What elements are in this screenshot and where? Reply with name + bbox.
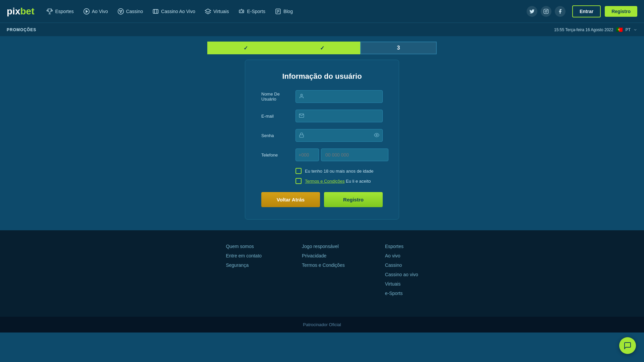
footer-seguranca[interactable]: Segurança (226, 262, 262, 268)
step-1-label: ✓ (244, 45, 248, 51)
logo-text: pixbet (7, 6, 34, 17)
step-2-button[interactable]: ✓ (284, 42, 360, 54)
step-indicator: ✓ ✓ 3 (0, 36, 644, 57)
nav-virtuais[interactable]: Virtuais (201, 5, 233, 17)
svg-point-2 (118, 8, 123, 14)
footer-col-3: Esportes Ao vivo Cassino Cassino ao vivo… (385, 244, 418, 296)
terms-checkbox-item[interactable]: Termos e Condições Eu li e aceito (296, 178, 383, 184)
step-2-label: ✓ (320, 45, 324, 51)
voltar-button[interactable]: Voltar Atrás (261, 192, 320, 207)
eye-icon[interactable] (374, 132, 379, 139)
nav-ao-vivo[interactable]: Ao Vivo (79, 5, 112, 17)
flag-icon: 🇵🇹 (616, 26, 623, 33)
blog-icon (275, 8, 281, 15)
entrar-button[interactable]: Entrar (572, 5, 601, 17)
promo-bar: PROMOÇÕES 15:55 Terça-feira 16 Agosto 20… (0, 23, 644, 36)
svg-point-13 (243, 11, 243, 12)
svg-point-20 (547, 10, 547, 10)
facebook-icon[interactable] (555, 6, 566, 17)
header-left: pixbet Esportes Ao Vivo Cassino Cassino … (7, 5, 297, 17)
footer-ao-vivo[interactable]: Ao vivo (385, 253, 418, 258)
datetime-lang: 15:55 Terça-feira 16 Agosto 2022 🇵🇹 PT (554, 26, 637, 33)
lang-text: PT (626, 27, 631, 32)
username-input-wrapper (296, 90, 383, 103)
twitter-icon[interactable] (527, 6, 537, 17)
phone-number-input[interactable] (321, 148, 388, 161)
nav-cassino-ao-vivo[interactable]: Cassino Ao Vivo (148, 5, 199, 17)
nav-esportes-label: Esportes (55, 9, 73, 14)
main-content: Informação do usuário Nome De Usuário E-… (0, 57, 644, 230)
footer-privacidade[interactable]: Privacidade (302, 253, 345, 258)
footer-cassino[interactable]: Cassino (385, 262, 418, 268)
senha-label: Senha (261, 133, 291, 138)
senha-input[interactable] (296, 129, 383, 142)
step-3-button[interactable]: 3 (360, 42, 437, 54)
svg-point-19 (545, 10, 547, 12)
trophy-icon (46, 8, 53, 15)
virtual-icon (205, 8, 211, 15)
senha-input-wrapper (296, 129, 383, 142)
footer-esports[interactable]: e-Sports (385, 291, 418, 296)
registro-form-button[interactable]: Registro (324, 192, 383, 207)
footer-entre-em-contato[interactable]: Entre em contato (226, 253, 262, 258)
senha-group: Senha (261, 129, 383, 142)
email-group: E-mail (261, 110, 383, 122)
nav-cassino[interactable]: Cassino (113, 5, 147, 17)
phone-code-input[interactable] (296, 148, 319, 161)
footer-esportes[interactable]: Esportes (385, 244, 418, 249)
username-group: Nome De Usuário (261, 90, 383, 103)
svg-rect-18 (544, 9, 548, 13)
chat-bubble-button[interactable] (619, 337, 636, 354)
casino-icon (117, 8, 124, 15)
terms-checkbox[interactable] (296, 178, 302, 184)
social-icons (527, 6, 566, 17)
age-checkbox-item[interactable]: Eu tenho 18 ou mais anos de idade (296, 168, 383, 174)
svg-point-24 (376, 134, 377, 136)
svg-marker-1 (86, 10, 88, 12)
nav-esportes[interactable]: Esportes (42, 5, 77, 17)
age-checkbox[interactable] (296, 168, 302, 174)
form-card: Informação do usuário Nome De Usuário E-… (245, 60, 399, 220)
terms-link[interactable]: Termos e Condições (305, 179, 345, 184)
header: pixbet Esportes Ao Vivo Cassino Cassino … (0, 0, 644, 23)
footer-termos[interactable]: Termos e Condições (302, 262, 345, 268)
nav-cassino-label: Cassino (126, 9, 143, 14)
footer-jogo-responsavel[interactable]: Jogo responsável (302, 244, 345, 249)
email-input-wrapper (296, 110, 383, 122)
email-input[interactable] (296, 110, 383, 122)
header-right: Entrar Registro (527, 5, 637, 17)
logo-pix: pix (7, 6, 20, 16)
nav-blog[interactable]: Blog (271, 5, 297, 17)
footer-columns: Quem somos Entre em contato Segurança Jo… (40, 244, 604, 296)
step-1-button[interactable]: ✓ (207, 42, 284, 54)
terms-rest: Eu li e aceito (345, 179, 371, 184)
footer-bottom: Patrocinador Oficial (0, 317, 644, 333)
nav-esports[interactable]: E-Sports (234, 5, 269, 17)
telefone-label: Telefone (261, 153, 291, 158)
footer-virtuais[interactable]: Virtuais (385, 281, 418, 287)
logo[interactable]: pixbet (7, 6, 34, 17)
chat-icon (624, 342, 632, 350)
instagram-icon[interactable] (541, 6, 551, 17)
registro-header-button[interactable]: Registro (605, 6, 637, 17)
promo-label: PROMOÇÕES (7, 27, 36, 32)
footer-col-1: Quem somos Entre em contato Segurança (226, 244, 262, 296)
footer-quem-somos[interactable]: Quem somos (226, 244, 262, 249)
username-input[interactable] (296, 90, 383, 103)
nav-virtuais-label: Virtuais (213, 9, 229, 14)
logo-bet: bet (20, 6, 34, 16)
checkbox-section: Eu tenho 18 ou mais anos de idade Termos… (296, 168, 383, 184)
svg-rect-6 (153, 9, 158, 13)
step-3-label: 3 (397, 45, 400, 51)
phone-group (296, 148, 388, 161)
svg-point-4 (121, 10, 122, 11)
play-icon (83, 8, 90, 15)
nav-ao-vivo-label: Ao Vivo (92, 9, 108, 14)
email-label: E-mail (261, 114, 291, 119)
svg-point-3 (119, 10, 120, 11)
svg-point-5 (120, 12, 121, 13)
telefone-group: Telefone (261, 148, 383, 161)
footer-cassino-ao-vivo[interactable]: Cassino ao vivo (385, 272, 418, 277)
username-label: Nome De Usuário (261, 92, 291, 102)
footer-col-2: Jogo responsável Privacidade Termos e Co… (302, 244, 345, 296)
